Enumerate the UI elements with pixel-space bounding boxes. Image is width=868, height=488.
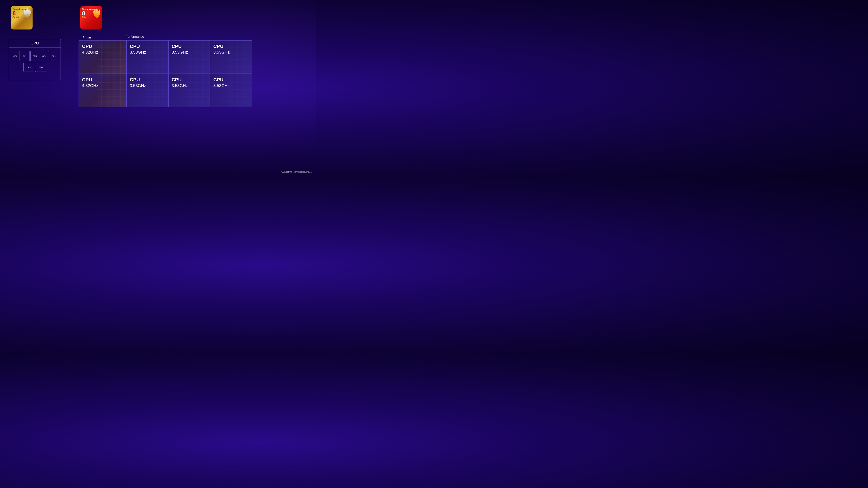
cpu-cell-r1-c3: CPU 3.53GHz bbox=[168, 40, 210, 74]
cpu-cell-r2-c4-freq: 3.53GHz bbox=[213, 84, 249, 88]
cpu-cell-r2-c2-freq: 3.53GHz bbox=[130, 84, 165, 88]
cpu-diagram-title: CPU bbox=[9, 39, 61, 47]
cpu-cell-r2-c3-freq: 3.53GHz bbox=[172, 84, 207, 88]
cpu-cell-r1-c2: CPU 3.53GHz bbox=[126, 40, 168, 74]
label-prime: Prime bbox=[83, 36, 91, 39]
cpu-cell-r1-c2-label: CPU bbox=[130, 44, 165, 49]
cpu-cell-r1-c3-label: CPU bbox=[172, 44, 207, 49]
cpu-cell-r1-c4-label: CPU bbox=[213, 44, 249, 49]
gen3-number: 8 bbox=[12, 10, 16, 16]
cpu-grid-elite: CPU 4.32GHz CPU 3.53GHz CPU 3.53GHz CPU … bbox=[79, 40, 252, 107]
elite-flame-icon bbox=[92, 8, 101, 20]
cpu-box-6: CPU bbox=[24, 63, 34, 72]
cpu-box-7: CPU bbox=[35, 63, 46, 72]
cpu-box-5: CPU bbox=[50, 51, 58, 61]
elite-sub: Elite bbox=[82, 16, 87, 19]
cpu-cell-r2-c4-label: CPU bbox=[213, 77, 249, 82]
gen3-sub: Gen 3 bbox=[12, 16, 19, 19]
cpu-row1: CPU CPU CPU CPU CPU bbox=[9, 49, 61, 63]
cpu-cell-r2-c1-label: CPU bbox=[82, 77, 123, 82]
page: Snapdragon 8 Gen 3 Snapdragon 8 Elite bbox=[0, 0, 316, 177]
cpu-cell-r2-c4: CPU 3.53GHz bbox=[210, 74, 252, 107]
cpu-cell-r2-c1-freq: 4.32GHz bbox=[82, 84, 123, 88]
cpu-diagram-gen3: CPU CPU CPU CPU CPU CPU CPU CPU bbox=[9, 39, 61, 80]
cpu-cell-r1-c4-freq: 3.53GHz bbox=[213, 50, 249, 54]
cpu-cell-r1-c1-label: CPU bbox=[82, 44, 123, 49]
cpu-cell-r1-c3-freq: 3.53GHz bbox=[172, 50, 207, 54]
cpu-box-2: CPU bbox=[21, 51, 29, 61]
cpu-cell-r2-c1: CPU 4.32GHz bbox=[79, 74, 126, 107]
elite-number: 8 bbox=[82, 10, 85, 16]
badge-elite: Snapdragon 8 Elite bbox=[80, 6, 102, 30]
footer-text: Qualcomm Technologies, Inc. 1 bbox=[281, 171, 312, 173]
cpu-cell-r1-c4: CPU 3.53GHz bbox=[210, 40, 252, 74]
cpu-cell-r1-c2-freq: 3.53GHz bbox=[130, 50, 165, 54]
cpu-cell-r1-c1-freq: 4.32GHz bbox=[82, 50, 123, 54]
cpu-box-4: CPU bbox=[40, 51, 49, 61]
cpu-box-1: CPU bbox=[11, 51, 20, 61]
gen3-flame-icon bbox=[23, 8, 32, 20]
badge-gen3: Snapdragon 8 Gen 3 bbox=[11, 6, 33, 30]
cpu-row2: CPU CPU bbox=[9, 63, 61, 72]
label-performance: Performance bbox=[125, 35, 144, 38]
cpu-cell-r2-c2: CPU 3.53GHz bbox=[126, 74, 168, 107]
cpu-cell-r2-c3: CPU 3.53GHz bbox=[168, 74, 210, 107]
cpu-cell-r2-c3-label: CPU bbox=[172, 77, 207, 82]
cpu-cell-r2-c2-label: CPU bbox=[130, 77, 165, 82]
cpu-box-3: CPU bbox=[30, 51, 39, 61]
cpu-cell-r1-c1: CPU 4.32GHz bbox=[79, 40, 126, 74]
